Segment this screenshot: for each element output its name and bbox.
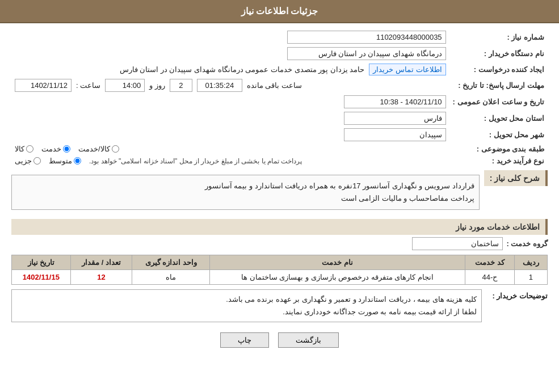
description-line2: پرداخت مفاصاحساب و مالیات الزامی است — [16, 192, 474, 205]
cell-code: ح-44 — [465, 270, 515, 285]
table-row: 1 ح-44 انجام کارهای متفرقه درخصوص بازساز… — [12, 270, 548, 285]
cell-date: 1402/11/15 — [12, 270, 71, 285]
cell-row: 1 — [514, 270, 547, 285]
request-number-value: 1102093448000035 — [287, 31, 446, 44]
process-option-motavasset: متوسط — [49, 157, 81, 165]
back-button[interactable]: بازگشت — [278, 332, 339, 348]
col-header-unit: واحد اندازه گیری — [132, 255, 210, 270]
service-group-value: ساختمان — [412, 237, 503, 250]
process-note: پرداخت تمام یا بخشی از مبلغ خریدار از مح… — [89, 157, 302, 165]
print-button[interactable]: چاپ — [220, 332, 269, 348]
announce-value: 1402/11/10 - 10:38 — [344, 95, 446, 108]
services-section-title: اطلاعات خدمات مورد نیاز — [11, 219, 548, 235]
page-title: جزئیات اطلاعات نیاز — [241, 6, 318, 16]
bottom-buttons: بازگشت چاپ — [11, 332, 548, 348]
buyer-org-value: درمانگاه شهدای سپیدان در استان فارس — [287, 47, 446, 60]
creator-label: ایجاد کننده درخواست : — [449, 62, 548, 77]
creator-value: حامد یزدان پور متصدی خدمات عمومی درمانگا… — [15, 65, 364, 74]
cell-unit: ماه — [132, 270, 210, 285]
deadline-time: 14:00 — [105, 79, 145, 92]
category-label: طبقه بندی موضوعی : — [449, 143, 548, 155]
province-label: استان محل تحویل : — [449, 110, 548, 127]
deadline-time-label: ساعت : — [76, 81, 100, 90]
description-label: شرح کلی نیاز : — [484, 170, 548, 186]
col-header-code: کد خدمت — [465, 255, 515, 270]
process-label: نوع فرآیند خرید : — [449, 155, 548, 167]
deadline-label: مهلت ارسال پاسخ: تا تاریخ : — [449, 77, 548, 94]
buyer-notes-line1: کلیه هزینه های بیمه ، دریافت استاندارد و… — [16, 293, 477, 306]
services-table: ردیف کد خدمت نام خدمت واحد اندازه گیری ت… — [11, 255, 548, 285]
process-option-jozei: جزیی — [15, 157, 41, 165]
deadline-days: 2 — [170, 79, 192, 92]
description-line1: قرارداد سرویس و نگهداری آسانسور 17نفره ب… — [16, 180, 474, 192]
description-box: قرارداد سرویس و نگهداری آسانسور 17نفره ب… — [11, 175, 480, 210]
city-value: سپیدان — [344, 128, 446, 141]
province-value: فارس — [344, 112, 446, 125]
city-label: شهر محل تحویل : — [449, 127, 548, 143]
request-number-label: شماره نیاز : — [449, 29, 548, 45]
deadline-date: 1402/11/12 — [15, 79, 72, 92]
page-header: جزئیات اطلاعات نیاز — [0, 0, 559, 23]
service-group-label: گروه خدمت : — [506, 239, 548, 248]
contact-link[interactable]: اطلاعات تماس خریدار — [369, 64, 445, 75]
col-header-name: نام خدمت — [210, 255, 465, 270]
deadline-remaining: 01:35:24 — [197, 79, 242, 92]
col-header-row: ردیف — [514, 255, 547, 270]
cell-qty: 12 — [70, 270, 132, 285]
col-header-qty: تعداد / مقدار — [70, 255, 132, 270]
buyer-org-label: نام دستگاه خریدار : — [449, 45, 548, 62]
announce-label: تاریخ و ساعت اعلان عمومی : — [449, 94, 548, 110]
buyer-notes-content: کلیه هزینه های بیمه ، دریافت استاندارد و… — [11, 289, 482, 322]
deadline-remaining-label: ساعت باقی مانده — [247, 81, 302, 90]
category-option-khedmat: خدمت — [41, 145, 70, 153]
category-option-kala-khedmat: کالا/خدمت — [78, 145, 119, 153]
deadline-day-label: روز و — [149, 81, 165, 90]
category-option-kala: کالا — [15, 145, 33, 153]
buyer-notes-row: توضیحات خریدار : کلیه هزینه های بیمه ، د… — [11, 289, 548, 322]
buyer-notes-label: توضیحات خریدار : — [485, 289, 548, 300]
col-header-date: تاریخ نیاز — [12, 255, 71, 270]
cell-name: انجام کارهای متفرقه درخصوص بازسازی و بهس… — [210, 270, 465, 285]
service-group-row: گروه خدمت : ساختمان — [11, 237, 548, 250]
buyer-notes-line2: لطفا از ارائه قیمت بیمه نامه به صورت جدا… — [16, 306, 477, 318]
